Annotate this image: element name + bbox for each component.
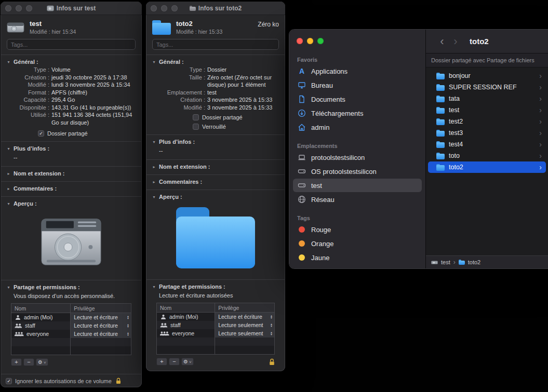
privilege-popup[interactable]: Lecture et écriture <box>70 321 131 330</box>
sidebar-item-bureau[interactable]: Bureau <box>293 78 422 92</box>
permission-row[interactable]: admin (Moi) Lecture et écriture <box>11 313 131 321</box>
empty-row <box>11 338 131 346</box>
close-button[interactable] <box>151 5 157 11</box>
section-preview-header[interactable]: Aperçu : <box>151 193 280 201</box>
privilege-popup[interactable]: Lecture et écriture <box>70 330 131 338</box>
sidebar-item-os-protoolstestsilicon[interactable]: OS protoolstestsilicon <box>293 165 422 178</box>
sidebar-item-tag-orange[interactable]: Orange <box>293 237 422 250</box>
disclosure-triangle-icon[interactable] <box>151 140 157 144</box>
list-item[interactable]: test2 <box>428 116 546 127</box>
disclosure-triangle-icon[interactable] <box>151 285 157 289</box>
item-modified: Modifié : hier 15:34 <box>30 29 76 35</box>
disclosure-triangle-icon[interactable] <box>6 146 11 151</box>
section-comments: Commentaires : <box>1 182 142 196</box>
finder-toolbar: toto2 <box>426 30 548 53</box>
action-menu-button[interactable]: ⚙˅ <box>181 358 194 366</box>
section-sharing-header[interactable]: Partage et permissions : <box>6 283 137 291</box>
path-item-toto2[interactable]: toto2 <box>468 259 480 265</box>
path-item-test[interactable]: test <box>441 259 450 265</box>
disclosure-triangle-icon[interactable] <box>6 171 11 176</box>
privilege-popup[interactable]: Lecture seulement <box>215 329 274 337</box>
tags-input[interactable]: Tags... <box>7 39 136 50</box>
locked-checkbox[interactable] <box>193 124 199 130</box>
info-row: Utilisé :151 941 136 384 octets (151,94 … <box>6 111 137 126</box>
section-more-info: Plus d’infos : -- <box>146 135 285 159</box>
hard-disk-preview-icon <box>38 214 104 269</box>
forward-button[interactable] <box>449 36 462 47</box>
section-general-header[interactable]: Général : <box>151 58 280 66</box>
close-button[interactable] <box>5 5 11 11</box>
disclosure-triangle-icon[interactable] <box>151 165 157 169</box>
sidebar-item-reseau[interactable]: Réseau <box>293 193 422 206</box>
back-button[interactable] <box>435 36 449 47</box>
disclosure-triangle-icon[interactable] <box>6 60 11 64</box>
permission-row[interactable]: admin (Moi) Lecture et écriture <box>157 313 274 321</box>
sidebar-item-tag-jaune[interactable]: Jaune <box>293 251 422 264</box>
section-comments-header[interactable]: Commentaires : <box>6 184 137 193</box>
sidebar-item-admin[interactable]: admin <box>293 120 422 134</box>
sidebar-item-test[interactable]: test <box>293 179 422 192</box>
remove-user-button[interactable]: − <box>23 358 34 366</box>
list-item[interactable]: test3 <box>428 127 546 139</box>
zoom-button[interactable] <box>317 38 324 44</box>
lock-icon[interactable] <box>269 358 275 366</box>
section-preview-header[interactable]: Aperçu : <box>6 199 137 208</box>
sharing-note: Lecture et écriture autorisées <box>159 292 280 299</box>
home-icon <box>297 123 306 131</box>
permission-row[interactable]: everyone Lecture seulement <box>157 329 274 337</box>
minimize-button[interactable] <box>307 38 313 44</box>
section-more-info-header[interactable]: Plus d’infos : <box>6 144 137 153</box>
disclosure-triangle-icon[interactable] <box>151 195 157 199</box>
path-separator-icon <box>453 259 456 266</box>
disclosure-triangle-icon[interactable] <box>151 60 157 64</box>
section-sharing-header[interactable]: Partage et permissions : <box>151 282 280 291</box>
sidebar-item-protoolstestsilicon[interactable]: protoolstestsilicon <box>293 151 422 164</box>
permission-row[interactable]: everyone Lecture et écriture <box>11 330 131 338</box>
shared-folder-checkbox-row: Dossier partagé <box>38 130 137 137</box>
section-more-info-header[interactable]: Plus d’infos : <box>151 138 280 146</box>
shared-folder-checkbox[interactable] <box>193 114 199 120</box>
list-item[interactable]: bonjour <box>428 70 546 82</box>
section-general: Général : Type :Dossier Taille :Zéro oct… <box>146 55 285 134</box>
list-item[interactable]: toto <box>428 150 546 161</box>
permission-row[interactable]: staff Lecture seulement <box>157 321 274 329</box>
privilege-popup[interactable]: Lecture et écriture <box>70 313 131 321</box>
permission-row[interactable]: staff Lecture et écriture <box>11 321 131 330</box>
traffic-lights <box>297 38 425 44</box>
disclosure-triangle-icon[interactable] <box>6 186 11 191</box>
list-item-selected[interactable]: toto2 <box>428 161 546 173</box>
privilege-popup[interactable]: Lecture seulement <box>215 321 274 329</box>
list-item[interactable]: test <box>428 104 546 116</box>
section-comments-header[interactable]: Commentaires : <box>151 178 280 186</box>
add-user-button[interactable]: + <box>11 358 22 366</box>
disk-icon <box>297 181 306 190</box>
titlebar-toto2[interactable]: Infos sur toto2 <box>146 2 285 15</box>
sidebar-item-applications[interactable]: A Applications <box>293 64 422 78</box>
disclosure-triangle-icon[interactable] <box>6 285 11 290</box>
disclosure-triangle-icon[interactable] <box>6 201 11 206</box>
list-item[interactable]: test4 <box>428 139 546 150</box>
section-name-extension-header[interactable]: Nom et extension : <box>151 163 280 171</box>
lock-icon[interactable] <box>116 377 121 384</box>
sidebar-item-tag-rouge[interactable]: Rouge <box>293 223 422 236</box>
add-user-button[interactable]: + <box>156 358 167 366</box>
sidebar-item-telechargements[interactable]: Téléchargements <box>293 106 422 120</box>
ignore-permissions-checkbox[interactable] <box>6 378 12 384</box>
list-item[interactable]: SUPER SESSION REF <box>428 82 546 93</box>
finder-sidebar: Favoris A Applications Bureau Documents … <box>289 30 426 268</box>
privilege-popup[interactable]: Lecture et écriture <box>215 313 274 321</box>
titlebar-test[interactable]: Infos sur test <box>1 2 142 15</box>
list-item[interactable]: tata <box>428 93 546 104</box>
shared-folder-checkbox[interactable] <box>38 130 44 137</box>
tags-input[interactable]: Tags... <box>152 39 279 50</box>
tag-yellow-icon <box>299 254 305 261</box>
sidebar-item-documents[interactable]: Documents <box>293 92 422 106</box>
user-icon <box>15 315 21 320</box>
globe-icon <box>297 195 306 204</box>
disclosure-triangle-icon[interactable] <box>151 180 157 184</box>
remove-user-button[interactable]: − <box>169 358 180 366</box>
section-name-extension-header[interactable]: Nom et extension : <box>6 169 137 178</box>
action-menu-button[interactable]: ⚙˅ <box>36 358 48 366</box>
section-general-header[interactable]: Général : <box>6 58 137 66</box>
close-button[interactable] <box>297 38 303 44</box>
